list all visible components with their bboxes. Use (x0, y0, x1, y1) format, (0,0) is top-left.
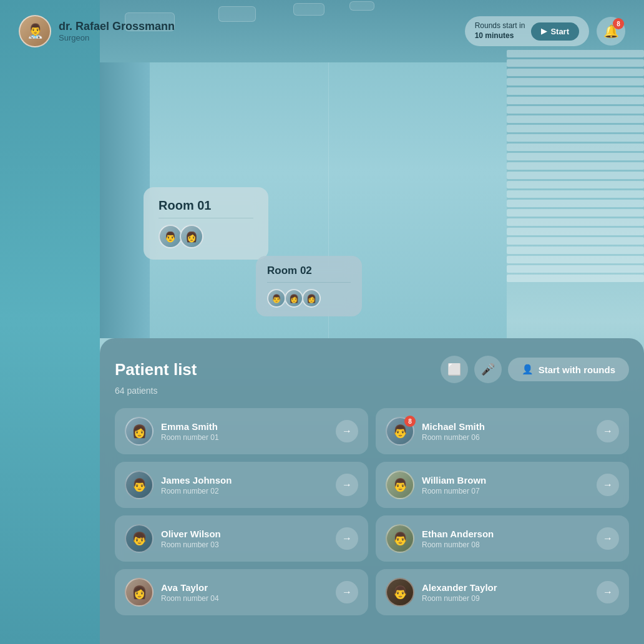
start-rounds-button[interactable]: 👤 Start with rounds (508, 358, 629, 381)
patient-left: 👩 Ava Taylor Room number 04 (125, 578, 219, 607)
patient-card[interactable]: 👨 James Johnson Room number 02 → (115, 462, 368, 508)
patient-name: James Johnson (161, 475, 232, 485)
patient-card[interactable]: 👨 William Brown Room number 07 → (376, 462, 629, 508)
room-card-01[interactable]: Room 01 👨 👩 (144, 187, 268, 260)
patient-face-icon: 👨 (393, 585, 408, 600)
patient-avatar-wrap: 👩 (125, 578, 154, 607)
patient-card[interactable]: 👩 Ava Taylor Room number 04 → (115, 569, 368, 615)
arrow-right-icon: → (603, 533, 613, 544)
avatar: 👨 (386, 578, 414, 607)
blind-slat (507, 125, 644, 132)
avatar: 👨 (386, 471, 414, 499)
patient-left: 👨 William Brown Room number 07 (386, 471, 486, 499)
patient-avatar-wrap: 👩 (125, 417, 154, 446)
patient-name: William Brown (422, 475, 486, 485)
avatar: 👨 (125, 471, 154, 499)
room-01-divider (159, 218, 253, 218)
blind-slat (507, 218, 644, 226)
patient-face-icon: 👨 (164, 231, 177, 243)
patient-left: 👨 8 Michael Smith Room number 06 (386, 417, 485, 446)
patient-arrow-button[interactable]: → (336, 474, 358, 496)
blind-slat (507, 275, 644, 282)
patient-arrow-button[interactable]: → (597, 581, 619, 603)
start-button[interactable]: ▶ Start (531, 22, 579, 41)
notification-button[interactable]: 🔔 8 (597, 17, 625, 46)
blind-slat (507, 209, 644, 217)
patient-face-icon: 👨 (393, 531, 408, 546)
patient-avatar-wrap: 👨 (386, 578, 414, 607)
blind-slat (507, 246, 644, 254)
room-01-title: Room 01 (159, 198, 253, 213)
patient-room: Room number 07 (422, 487, 486, 495)
patient-avatar-wrap: 👨 8 (386, 417, 414, 446)
blind-slat (507, 134, 644, 142)
patient-info: William Brown Room number 07 (422, 475, 486, 495)
patient-info: Emma Smith Room number 01 (161, 421, 219, 442)
patient-avatar-wrap: 👨 (125, 471, 154, 499)
patient-face-icon: 👨 (393, 477, 408, 492)
avatar: 👩 (125, 417, 154, 446)
blind-slat (507, 106, 644, 114)
patient-arrow-button[interactable]: → (597, 420, 619, 442)
patient-info: James Johnson Room number 02 (161, 475, 232, 495)
patient-name: Oliver Wilson (161, 529, 221, 539)
room-01-avatars: 👨 👩 (159, 225, 253, 248)
patient-info: Oliver Wilson Room number 03 (161, 529, 221, 549)
room-02-avatar-1: 👨 (267, 289, 286, 308)
patient-left: 👨 James Johnson Room number 02 (125, 471, 232, 499)
arrow-right-icon: → (603, 426, 613, 437)
patient-name: Emma Smith (161, 421, 219, 432)
blind-slat (507, 265, 644, 273)
header: 👨‍⚕️ dr. Rafael Grossmann Surgeon Rounds… (0, 0, 644, 62)
patient-info: Michael Smith Room number 06 (422, 421, 485, 442)
room-02-title: Room 02 (267, 265, 351, 277)
panel-actions: ⬜ 🎤 👤 Start with rounds (441, 356, 629, 383)
window-blinds (507, 50, 644, 362)
play-icon: ▶ (541, 27, 547, 36)
room-02-avatars: 👨 👩 👩 (267, 289, 351, 308)
patient-arrow-button[interactable]: → (336, 420, 358, 442)
patient-card[interactable]: 👦 Oliver Wilson Room number 03 → (115, 515, 368, 562)
patient-card[interactable]: 👨 Alexander Taylor Room number 09 → (376, 569, 629, 615)
patient-room: Room number 01 (161, 433, 219, 442)
patient-face-icon: 👨 (393, 424, 408, 439)
blind-slat (507, 115, 644, 123)
patient-name: Michael Smith (422, 421, 485, 432)
room-card-02[interactable]: Room 02 👨 👩 👩 (256, 256, 362, 316)
rounds-timer-text: Rounds start in 10 minutes (475, 21, 525, 41)
patient-face-icon: 👦 (132, 531, 147, 546)
patient-face-icon: 👩 (185, 231, 198, 243)
arrow-right-icon: → (342, 426, 352, 437)
patient-face-icon: 👩 (132, 424, 147, 439)
doctor-name: dr. Rafael Grossmann (59, 20, 175, 33)
blind-slat (507, 97, 644, 104)
patient-left: 👦 Oliver Wilson Room number 03 (125, 524, 221, 553)
arrow-right-icon: → (342, 479, 352, 490)
panel-subtitle: 64 patients (115, 386, 629, 396)
person-rounds-icon: 👤 (522, 364, 534, 375)
blind-slat (507, 228, 644, 235)
microphone-button[interactable]: 🎤 (474, 356, 502, 383)
patient-card[interactable]: 👩 Emma Smith Room number 01 → (115, 408, 368, 454)
blind-slat (507, 256, 644, 263)
room-01-avatar-2: 👩 (180, 225, 203, 248)
patient-info: Alexander Taylor Room number 09 (422, 582, 497, 603)
patient-face-icon: 👨 (271, 294, 281, 303)
patient-arrow-button[interactable]: → (597, 527, 619, 550)
blind-slat (507, 237, 644, 245)
blind-slat (507, 162, 644, 170)
patient-list-panel: Patient list ⬜ 🎤 👤 Start with rounds 64 … (100, 338, 644, 644)
patient-card[interactable]: 👨 Ethan Anderson Room number 08 → (376, 515, 629, 562)
avatar: 👨‍⚕️ (19, 15, 51, 47)
screen-icon-button[interactable]: ⬜ (441, 356, 468, 383)
patient-face-icon: 👩 (306, 294, 316, 303)
blind-slat (507, 190, 644, 198)
patient-arrow-button[interactable]: → (336, 581, 358, 603)
patient-arrow-button[interactable]: → (336, 527, 358, 550)
avatar: 👨 (386, 524, 414, 553)
patient-room: Room number 03 (161, 540, 221, 549)
patients-grid: 👩 Emma Smith Room number 01 → 👨 8 (115, 408, 629, 615)
patient-arrow-button[interactable]: → (597, 474, 619, 496)
patient-card[interactable]: 👨 8 Michael Smith Room number 06 → (376, 408, 629, 454)
patient-left: 👨 Ethan Anderson Room number 08 (386, 524, 494, 553)
